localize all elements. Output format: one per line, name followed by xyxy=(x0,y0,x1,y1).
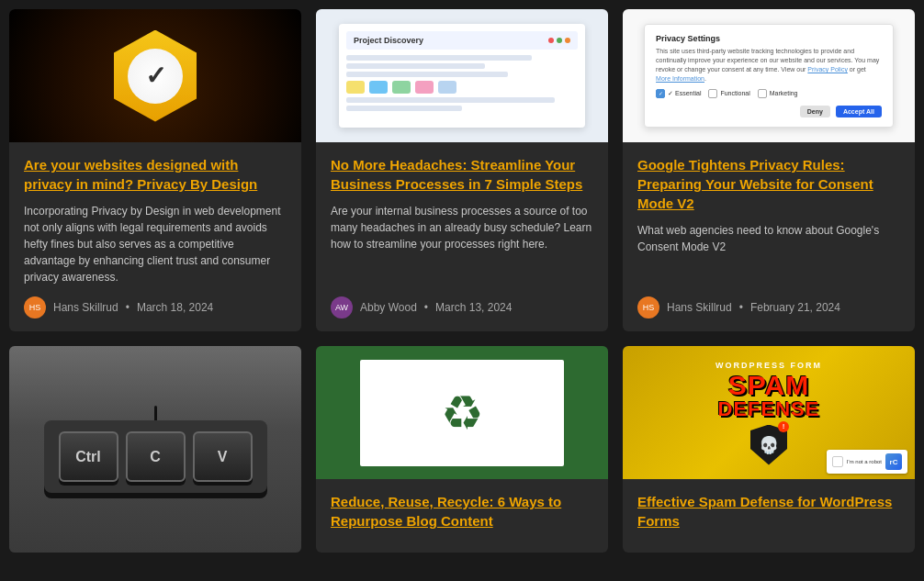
essential-checkbox[interactable]: ✓ xyxy=(656,89,665,98)
card-3-image: Privacy Settings This site uses third-pa… xyxy=(623,9,915,142)
ctrl-key: Ctrl xyxy=(59,431,118,482)
node-default xyxy=(438,81,456,94)
node-blue xyxy=(369,81,388,94)
keyboard-base: Ctrl C V xyxy=(44,420,267,493)
recycle-icon: ♻ xyxy=(441,385,484,441)
card-1-author: Hans Skillrud xyxy=(53,301,118,314)
essential-label: ✓ Essential xyxy=(668,90,701,97)
mock-line-5 xyxy=(346,106,462,111)
functional-label: Functional xyxy=(720,90,749,96)
recaptcha-logo: rC xyxy=(885,453,902,470)
project-discovery-mock: Project Discovery xyxy=(339,24,585,128)
card-1-excerpt: Incorporating Privacy by Design in web d… xyxy=(24,203,287,285)
card-3-body: Google Tightens Privacy Rules: Preparing… xyxy=(623,142,915,331)
node-yellow xyxy=(346,81,365,94)
node-green xyxy=(392,81,411,94)
dot-orange xyxy=(565,38,570,43)
card-1-date: March 18, 2024 xyxy=(137,301,213,314)
spam-defense-text: DEFENSE xyxy=(718,399,820,419)
skull-icon: 💀 xyxy=(759,435,779,455)
card-1-title[interactable]: Are your websites designed with privacy … xyxy=(24,155,287,194)
shield-inner-circle: ✓ xyxy=(128,49,183,104)
card-2-date: March 13, 2024 xyxy=(435,301,512,314)
recaptcha-checkbox xyxy=(832,456,843,467)
settings-text: This site uses third-party website track… xyxy=(656,47,882,83)
card-5-body: Reduce, Reuse, Recycle: 6 Ways to Repurp… xyxy=(316,479,608,553)
card-privacy-by-design: ✓ Are your websites designed with privac… xyxy=(9,9,301,331)
shield-hexagon: ✓ xyxy=(114,30,197,122)
card-2-title[interactable]: No More Headaches: Streamline Your Busin… xyxy=(331,155,593,194)
card-5-image: ♻ xyxy=(316,346,608,479)
recaptcha-mock: I'm not a robot rC xyxy=(827,450,907,474)
card-6-image: WORDPRESS FORM SPAM DEFENSE 💀 ! I'm not … xyxy=(623,346,915,479)
recycle-paper: ♻ xyxy=(360,360,565,466)
card-6-title[interactable]: Effective Spam Defense for WordPress For… xyxy=(637,492,900,531)
keyboard-illustration: Ctrl C V xyxy=(44,406,267,493)
mock-content-lines xyxy=(346,55,578,77)
marketing-label: Marketing xyxy=(770,90,798,96)
node-pink xyxy=(415,81,434,94)
dot-green xyxy=(557,38,562,43)
card-3-title[interactable]: Google Tightens Privacy Rules: Preparing… xyxy=(637,155,900,213)
accept-button[interactable]: Accept All xyxy=(836,106,882,117)
mock-line-3 xyxy=(346,72,509,77)
card-3-avatar: HS xyxy=(637,296,659,318)
card-4-image: Ctrl C V xyxy=(9,346,301,553)
card-1-image: ✓ xyxy=(9,9,301,142)
card-2-body: No More Headaches: Streamline Your Busin… xyxy=(316,142,608,331)
card-6-body: Effective Spam Defense for WordPress For… xyxy=(623,479,915,553)
warning-dot: ! xyxy=(778,421,789,432)
settings-checkboxes: ✓ ✓ Essential Functional Marketing xyxy=(656,89,882,98)
card-2-meta: AW Abby Wood • March 13, 2024 xyxy=(331,296,593,318)
card-2-separator: • xyxy=(424,301,428,314)
card-2-author: Abby Wood xyxy=(360,301,417,314)
card-streamline-processes: Project Discovery xyxy=(316,9,608,331)
article-grid: ✓ Are your websites designed with privac… xyxy=(9,9,915,553)
mock-dots xyxy=(548,38,570,43)
marketing-check: Marketing xyxy=(758,89,798,98)
functional-checkbox[interactable] xyxy=(708,89,717,98)
card-spam-defense: WORDPRESS FORM SPAM DEFENSE 💀 ! I'm not … xyxy=(623,346,915,553)
card-google-privacy: Privacy Settings This site uses third-pa… xyxy=(623,9,915,331)
spam-main-text: SPAM xyxy=(728,372,809,399)
card-1-body: Are your websites designed with privacy … xyxy=(9,142,301,331)
card-2-image: Project Discovery xyxy=(316,9,608,142)
c-key: C xyxy=(126,431,186,482)
mock-line-4 xyxy=(346,97,555,103)
card-1-avatar: HS xyxy=(24,296,46,318)
recaptcha-text: I'm not a robot xyxy=(847,459,882,464)
card-stolen-website: Ctrl C V Help! Someone Stole My Website!… xyxy=(9,346,301,553)
card-1-meta: HS Hans Skillrud • March 18, 2024 xyxy=(24,296,287,318)
card-repurpose-blog: ♻ Reduce, Reuse, Recycle: 6 Ways to Repu… xyxy=(316,346,608,553)
mock-header: Project Discovery xyxy=(346,31,578,50)
privacy-settings-mock: Privacy Settings This site uses third-pa… xyxy=(644,24,894,127)
settings-title: Privacy Settings xyxy=(656,34,882,43)
mock-bottom-lines xyxy=(346,97,578,111)
card-1-separator: • xyxy=(126,301,130,314)
spam-top-text: WORDPRESS FORM xyxy=(716,361,822,370)
card-3-excerpt: What web agencies need to know about Goo… xyxy=(637,222,900,285)
mock-line-2 xyxy=(346,63,485,69)
card-3-date: February 21, 2024 xyxy=(750,301,840,314)
card-3-meta: HS Hans Skillrud • February 21, 2024 xyxy=(637,296,900,318)
mock-line-1 xyxy=(346,55,532,61)
card-3-author: Hans Skillrud xyxy=(667,301,732,314)
mock-nodes xyxy=(346,81,578,94)
v-key: V xyxy=(193,431,253,482)
card-3-separator: • xyxy=(739,301,743,314)
essential-check: ✓ ✓ Essential xyxy=(656,89,701,98)
functional-check: Functional xyxy=(708,89,749,98)
privacy-policy-link[interactable]: Privacy Policy xyxy=(807,66,848,73)
dot-red xyxy=(548,38,554,43)
settings-action-buttons: Deny Accept All xyxy=(656,106,882,117)
marketing-checkbox[interactable] xyxy=(758,89,767,98)
deny-button[interactable]: Deny xyxy=(800,106,830,117)
more-info-link[interactable]: More Information xyxy=(656,75,704,82)
card-2-avatar: AW xyxy=(331,296,353,318)
spam-background: WORDPRESS FORM SPAM DEFENSE 💀 ! I'm not … xyxy=(623,346,915,479)
card-5-title[interactable]: Reduce, Reuse, Recycle: 6 Ways to Repurp… xyxy=(331,492,593,531)
spam-shield-container: 💀 ! xyxy=(750,419,787,465)
checkmark-icon: ✓ xyxy=(145,61,166,91)
card-2-excerpt: Are your internal business processes a s… xyxy=(331,203,593,285)
